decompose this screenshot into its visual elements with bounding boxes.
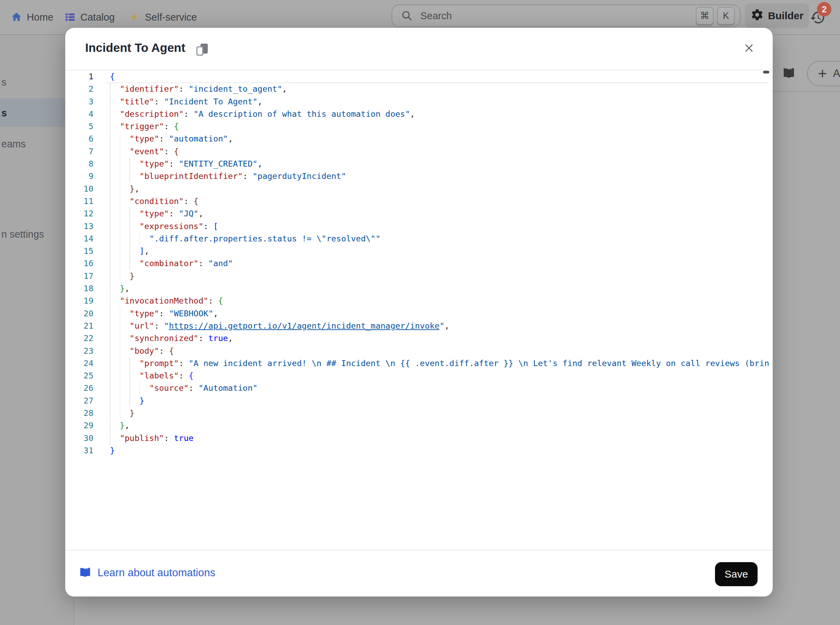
code-line[interactable]: 25 "labels": { bbox=[65, 370, 768, 382]
code-line[interactable]: 31} bbox=[65, 445, 768, 457]
code-line[interactable]: 9 "blueprintIdentifier": "pagerdutyIncid… bbox=[65, 170, 768, 182]
code-text: "body": { bbox=[110, 345, 174, 357]
line-number: 15 bbox=[72, 245, 93, 257]
audit-history-button[interactable]: 2 bbox=[810, 7, 832, 29]
code-line[interactable]: 1{ bbox=[65, 70, 768, 83]
learn-link-label: Learn about automations bbox=[98, 567, 215, 579]
builder-label: Builder bbox=[768, 10, 803, 22]
code-line[interactable]: 29 }, bbox=[65, 419, 768, 432]
line-number: 4 bbox=[72, 108, 93, 120]
line-number: 12 bbox=[72, 207, 93, 220]
code-line[interactable]: 3 "title": "Incident To Agent", bbox=[65, 95, 768, 108]
plus-icon: + bbox=[818, 66, 827, 81]
code-text: "source": "Automation" bbox=[110, 382, 258, 394]
cmd-key: ⌘ bbox=[696, 7, 714, 25]
code-text: }, bbox=[110, 282, 129, 295]
search-input[interactable]: Search ⌘ K bbox=[392, 5, 740, 27]
code-line[interactable]: 30 "publish": true bbox=[65, 432, 768, 445]
code-line[interactable]: 26 "source": "Automation" bbox=[65, 382, 768, 394]
code-line[interactable]: 2 "identifier": "incident_to_agent", bbox=[65, 83, 768, 95]
code-line[interactable]: 16 "combinator": "and" bbox=[65, 257, 768, 270]
lightning-icon bbox=[130, 11, 140, 23]
code-line[interactable]: 12 "type": "JQ", bbox=[65, 207, 768, 220]
code-text: ], bbox=[110, 245, 149, 257]
code-line[interactable]: 20 "type": "WEBHOOK", bbox=[65, 307, 768, 320]
nav-self-service-label: Self-service bbox=[145, 12, 197, 23]
code-line[interactable]: 19 "invocationMethod": { bbox=[65, 295, 768, 307]
line-number: 2 bbox=[72, 83, 93, 95]
notification-badge: 2 bbox=[817, 2, 831, 17]
line-number: 21 bbox=[72, 320, 93, 332]
line-number: 3 bbox=[72, 95, 93, 108]
code-line[interactable]: 18 }, bbox=[65, 282, 768, 295]
modal-footer: Learn about automations Save bbox=[65, 550, 773, 597]
code-line[interactable]: 13 "expressions": [ bbox=[65, 220, 768, 233]
close-button[interactable] bbox=[742, 41, 756, 55]
search-placeholder: Search bbox=[420, 10, 696, 22]
code-text: "publish": true bbox=[110, 432, 194, 445]
learn-about-automations-link[interactable]: Learn about automations bbox=[78, 566, 215, 579]
code-text: "condition": { bbox=[110, 195, 199, 207]
scrollbar-thumb[interactable] bbox=[763, 71, 769, 73]
code-line[interactable]: 17 } bbox=[65, 270, 768, 282]
line-number: 11 bbox=[72, 195, 93, 207]
code-line[interactable]: 15 ], bbox=[65, 245, 768, 257]
code-line[interactable]: 6 "type": "automation", bbox=[65, 132, 768, 145]
code-line[interactable]: 22 "synchronized": true, bbox=[65, 332, 768, 344]
code-text: ".diff.after.properties.status != \"reso… bbox=[110, 233, 381, 245]
code-text: }, bbox=[110, 419, 129, 432]
nav-item-home[interactable]: Home bbox=[11, 0, 53, 34]
code-line[interactable]: 8 "type": "ENTITY_CREATED", bbox=[65, 158, 768, 170]
code-line[interactable]: 7 "event": { bbox=[65, 145, 768, 158]
code-line[interactable]: 23 "body": { bbox=[65, 345, 768, 357]
code-text: "combinator": "and" bbox=[110, 257, 233, 270]
sidebar-selected-row[interactable] bbox=[0, 98, 74, 127]
toolbar-divider bbox=[773, 91, 840, 92]
catalog-list-icon bbox=[65, 12, 76, 23]
sidebar-item[interactable]: s bbox=[2, 107, 7, 119]
code-text: } bbox=[110, 270, 135, 282]
code-text: "synchronized": true, bbox=[110, 332, 233, 344]
builder-button[interactable]: Builder bbox=[745, 3, 809, 28]
add-automation-button[interactable]: + A bbox=[807, 61, 840, 86]
code-line[interactable]: 10 }, bbox=[65, 183, 768, 195]
line-number: 19 bbox=[72, 295, 93, 307]
gear-icon bbox=[751, 8, 764, 24]
code-text: "description": "A description of what th… bbox=[110, 108, 415, 120]
code-line[interactable]: 24 "prompt": "A new incident arrived! \n… bbox=[65, 357, 768, 370]
code-text: "blueprintIdentifier": "pagerdutyInciden… bbox=[110, 170, 346, 182]
code-line[interactable]: 27 } bbox=[65, 395, 768, 407]
k-key: K bbox=[717, 7, 735, 25]
nav-catalog-label: Catalog bbox=[80, 12, 115, 23]
line-number: 14 bbox=[72, 233, 93, 245]
copy-icon[interactable] bbox=[196, 44, 210, 58]
docs-book-icon[interactable] bbox=[782, 67, 796, 82]
save-button[interactable]: Save bbox=[715, 562, 758, 586]
sidebar-item[interactable]: eams bbox=[2, 138, 26, 150]
line-number: 5 bbox=[72, 120, 93, 132]
sidebar-item[interactable]: s bbox=[2, 76, 6, 88]
code-text: "invocationMethod": { bbox=[110, 295, 223, 307]
line-number: 6 bbox=[72, 132, 93, 145]
code-line[interactable]: 5 "trigger": { bbox=[65, 120, 768, 132]
line-number: 23 bbox=[72, 345, 93, 357]
code-text: }, bbox=[110, 183, 139, 195]
line-number: 31 bbox=[72, 445, 93, 457]
code-line[interactable]: 21 "url": "https://api.getport.io/v1/age… bbox=[65, 320, 768, 332]
close-icon bbox=[743, 42, 755, 54]
line-number: 30 bbox=[72, 432, 93, 445]
code-line[interactable]: 28 } bbox=[65, 407, 768, 419]
book-icon bbox=[78, 566, 92, 579]
home-icon bbox=[11, 12, 22, 23]
code-line[interactable]: 14 ".diff.after.properties.status != \"r… bbox=[65, 233, 768, 245]
code-text: "type": "WEBHOOK", bbox=[110, 307, 218, 320]
sidebar-item[interactable]: n settings bbox=[2, 229, 44, 240]
json-code-editor[interactable]: 1{2 "identifier": "incident_to_agent",3 … bbox=[65, 70, 773, 550]
line-number: 25 bbox=[72, 370, 93, 382]
code-line[interactable]: 4 "description": "A description of what … bbox=[65, 108, 768, 120]
automation-editor-modal: Incident To Agent 1{2 "identifier": "inc… bbox=[65, 28, 773, 597]
line-number: 29 bbox=[72, 419, 93, 432]
code-line[interactable]: 11 "condition": { bbox=[65, 195, 768, 207]
code-text: } bbox=[110, 407, 135, 419]
line-number: 26 bbox=[72, 382, 93, 394]
